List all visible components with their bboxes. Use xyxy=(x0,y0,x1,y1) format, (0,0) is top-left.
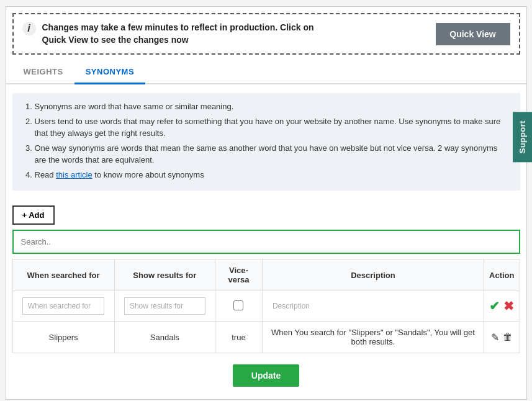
info-text: Changes may take a few minutes to reflec… xyxy=(42,22,314,46)
show-results-value: Sandals xyxy=(114,322,215,353)
action-data-cell: ✎ 🗑 xyxy=(484,322,520,353)
info-icon: i xyxy=(22,22,36,35)
update-row: Update xyxy=(6,353,526,399)
description-input[interactable] xyxy=(268,298,479,314)
table-input-row: ✔ ✖ xyxy=(12,291,520,322)
col-description: Description xyxy=(262,259,484,291)
info-list-item-2: Users tend to use words that may refer t… xyxy=(35,115,510,140)
action-icons-input-row: ✔ ✖ xyxy=(489,299,514,313)
col-action: Action xyxy=(484,259,520,291)
search-input[interactable] xyxy=(12,230,520,254)
support-tab[interactable]: Support xyxy=(513,112,532,162)
update-button[interactable]: Update xyxy=(233,364,299,387)
info-list-item-3: One way synonyms are words that mean the… xyxy=(35,142,510,166)
description-value: When You search for "Slippers" or "Sanda… xyxy=(262,322,484,353)
vice-versa-checkbox[interactable] xyxy=(233,300,243,310)
confirm-icon[interactable]: ✔ xyxy=(489,299,500,313)
when-searched-cell xyxy=(12,291,114,322)
info-banner: i Changes may take a few minutes to refl… xyxy=(12,13,520,55)
col-when-searched: When searched for xyxy=(12,259,114,291)
vice-versa-checkbox-cell xyxy=(215,291,262,322)
table-row: Slippers Sandals true When You search fo… xyxy=(12,322,520,353)
show-results-input[interactable] xyxy=(124,297,205,315)
table-header-row: When searched for Show results for Vice-… xyxy=(12,259,520,291)
add-button[interactable]: + Add xyxy=(12,205,55,225)
show-results-cell xyxy=(114,291,215,322)
tab-weights[interactable]: WEIGHTS xyxy=(12,61,74,84)
cancel-icon[interactable]: ✖ xyxy=(503,299,514,313)
action-icons-data-row: ✎ 🗑 xyxy=(489,331,514,343)
vice-versa-value: true xyxy=(215,322,262,353)
delete-icon[interactable]: 🗑 xyxy=(503,331,513,343)
info-list-item-1: Synonyms are word that have same or simi… xyxy=(35,101,510,113)
info-list-item-4: Read this article to know more about syn… xyxy=(35,169,510,181)
col-vice-versa: Vice-versa xyxy=(215,259,262,291)
banner-text-line1: Changes may take a few minutes to reflec… xyxy=(42,22,314,32)
info-banner-left: i Changes may take a few minutes to refl… xyxy=(22,22,314,46)
banner-text-line2: Quick View to see the changes now xyxy=(42,35,189,45)
edit-icon[interactable]: ✎ xyxy=(491,331,499,343)
col-show-results: Show results for xyxy=(114,259,215,291)
tabs-row: WEIGHTS SYNONYMS xyxy=(6,61,526,84)
search-box xyxy=(12,230,520,254)
description-input-cell xyxy=(262,291,484,322)
info-list: Synonyms are word that have same or simi… xyxy=(22,101,510,181)
when-searched-input[interactable] xyxy=(22,297,104,315)
tab-synonyms[interactable]: SYNONYMS xyxy=(74,61,145,84)
this-article-link[interactable]: this article xyxy=(56,170,92,179)
info-list-box: Synonyms are word that have same or simi… xyxy=(12,93,520,191)
quick-view-button[interactable]: Quick View xyxy=(436,23,510,45)
action-input-cell: ✔ ✖ xyxy=(484,291,520,322)
page-wrapper: i Changes may take a few minutes to refl… xyxy=(6,6,527,400)
when-searched-value: Slippers xyxy=(12,322,114,353)
synonyms-table: When searched for Show results for Vice-… xyxy=(12,259,520,353)
